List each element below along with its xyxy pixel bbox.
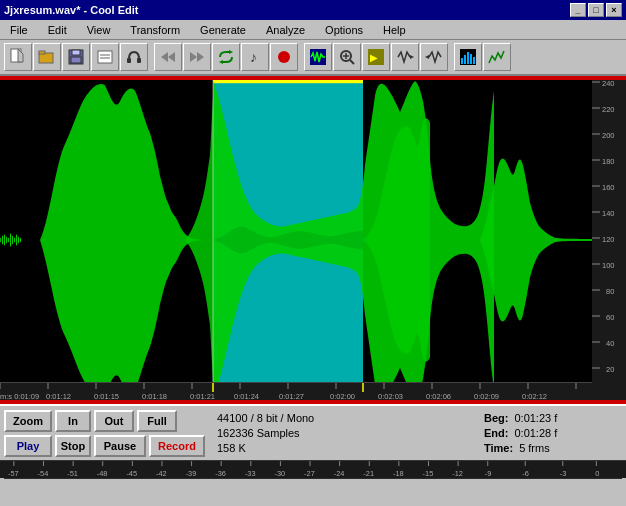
svg-text:80: 80 <box>606 287 614 296</box>
waveform-container: m:s 0:01:09 0:01:12 0:01:15 0:01:18 0:01… <box>0 80 626 400</box>
svg-text:160: 160 <box>602 183 615 192</box>
svg-text:-12: -12 <box>452 468 463 477</box>
svg-text:-3: -3 <box>560 468 567 477</box>
svg-rect-42 <box>8 238 9 242</box>
svg-rect-44 <box>12 236 13 245</box>
out-button[interactable]: Out <box>94 410 134 432</box>
menu-generate[interactable]: Generate <box>194 22 252 38</box>
record-tb-button[interactable] <box>270 43 298 71</box>
open-button[interactable] <box>33 43 61 71</box>
svg-rect-40 <box>4 235 5 246</box>
wave-left-button[interactable] <box>391 43 419 71</box>
info-panel: 44100 / 8 bit / Mono 162336 Samples 158 … <box>209 406 476 460</box>
svg-text:0:01:15: 0:01:15 <box>94 392 119 400</box>
svg-text:140: 140 <box>602 209 615 218</box>
menu-view[interactable]: View <box>81 22 117 38</box>
svg-text:♪: ♪ <box>250 49 257 65</box>
svg-rect-30 <box>461 58 463 64</box>
close-button[interactable]: × <box>606 3 622 17</box>
svg-text:-36: -36 <box>215 468 226 477</box>
save-button[interactable] <box>62 43 90 71</box>
beg-value: 0:01:23 f <box>514 412 557 424</box>
svg-rect-48 <box>20 238 21 242</box>
svg-marker-15 <box>197 52 204 62</box>
properties-button[interactable] <box>91 43 119 71</box>
svg-text:180: 180 <box>602 157 615 166</box>
svg-rect-10 <box>127 58 131 63</box>
in-button[interactable]: In <box>55 410 91 432</box>
svg-text:120: 120 <box>602 235 615 244</box>
menu-transform[interactable]: Transform <box>124 22 186 38</box>
menu-help[interactable]: Help <box>377 22 412 38</box>
menu-bar: File Edit View Transform Generate Analyz… <box>0 20 626 40</box>
rewind-button[interactable] <box>154 43 182 71</box>
svg-text:0: 0 <box>595 468 599 477</box>
waveform-canvas[interactable]: m:s 0:01:09 0:01:12 0:01:15 0:01:18 0:01… <box>0 80 594 400</box>
time-panel: Beg: 0:01:23 f End: 0:01:28 f Time: 5 fr… <box>476 406 626 460</box>
time-ruler-svg: m:s 0:01:09 0:01:12 0:01:15 0:01:18 0:01… <box>0 383 594 400</box>
time-ruler: m:s 0:01:09 0:01:12 0:01:15 0:01:18 0:01… <box>0 382 594 400</box>
waveform-view-button[interactable] <box>304 43 332 71</box>
svg-text:0:02:03: 0:02:03 <box>378 392 403 400</box>
svg-marker-12 <box>161 52 168 62</box>
beg-label: Beg: <box>484 412 508 424</box>
svg-rect-7 <box>98 51 112 63</box>
level-meter: -57 -54 -51 -48 -45 -42 -39 -36 -33 -30 … <box>0 460 626 478</box>
svg-text:20: 20 <box>606 365 614 374</box>
svg-point-19 <box>278 51 290 63</box>
spectrum-button[interactable] <box>454 43 482 71</box>
svg-text:-9: -9 <box>485 468 492 477</box>
svg-text:-6: -6 <box>522 468 529 477</box>
new-button[interactable] <box>4 43 32 71</box>
green-arrow-button[interactable]: ▶ <box>362 43 390 71</box>
svg-marker-1 <box>18 49 23 62</box>
svg-marker-27 <box>410 55 414 59</box>
svg-text:0:02:06: 0:02:06 <box>426 392 451 400</box>
headphones-button[interactable] <box>120 43 148 71</box>
menu-analyze[interactable]: Analyze <box>260 22 311 38</box>
full-button[interactable]: Full <box>137 410 177 432</box>
menu-file[interactable]: File <box>4 22 34 38</box>
svg-text:-54: -54 <box>38 468 49 477</box>
svg-marker-28 <box>425 55 429 59</box>
end-value: 0:01:28 f <box>514 427 557 439</box>
svg-text:-21: -21 <box>363 468 374 477</box>
maximize-button[interactable]: □ <box>588 3 604 17</box>
svg-rect-33 <box>470 54 472 64</box>
svg-rect-6 <box>71 57 81 63</box>
svg-rect-41 <box>6 237 7 243</box>
zoom-button[interactable]: Zoom <box>4 410 52 432</box>
menu-edit[interactable]: Edit <box>42 22 73 38</box>
note-button[interactable]: ♪ <box>241 43 269 71</box>
waveform-ruler: 240 220 200 180 160 140 120 100 80 <box>594 80 626 400</box>
pause-button[interactable]: Pause <box>94 435 146 457</box>
time-value: 5 frms <box>519 442 550 454</box>
zoom-tb-button[interactable] <box>333 43 361 71</box>
minimize-button[interactable]: _ <box>570 3 586 17</box>
record-button[interactable]: Record <box>149 435 205 457</box>
svg-rect-38 <box>0 238 1 242</box>
menu-options[interactable]: Options <box>319 22 369 38</box>
svg-text:0:01:27: 0:01:27 <box>279 392 304 400</box>
toolbar: ♪ ▶ <box>0 40 626 76</box>
stop-button[interactable]: Stop <box>55 435 91 457</box>
fast-forward-button[interactable] <box>183 43 211 71</box>
svg-rect-34 <box>473 57 475 64</box>
svg-text:-48: -48 <box>97 468 108 477</box>
svg-text:0:02:00: 0:02:00 <box>330 392 355 400</box>
svg-text:-42: -42 <box>156 468 167 477</box>
info-line1: 44100 / 8 bit / Mono <box>217 412 468 424</box>
svg-text:▶: ▶ <box>370 52 378 63</box>
svg-text:60: 60 <box>606 313 614 322</box>
wave-right-button[interactable] <box>420 43 448 71</box>
play-button[interactable]: Play <box>4 435 52 457</box>
svg-text:0:01:24: 0:01:24 <box>234 392 259 400</box>
loop-button[interactable] <box>212 43 240 71</box>
svg-text:200: 200 <box>602 131 615 140</box>
svg-rect-5 <box>72 50 80 55</box>
svg-rect-3 <box>39 51 45 54</box>
svg-rect-11 <box>137 58 141 63</box>
ruler-svg: 240 220 200 180 160 140 120 100 80 <box>592 80 624 400</box>
svg-text:-57: -57 <box>8 468 19 477</box>
wave-analyze-button[interactable] <box>483 43 511 71</box>
